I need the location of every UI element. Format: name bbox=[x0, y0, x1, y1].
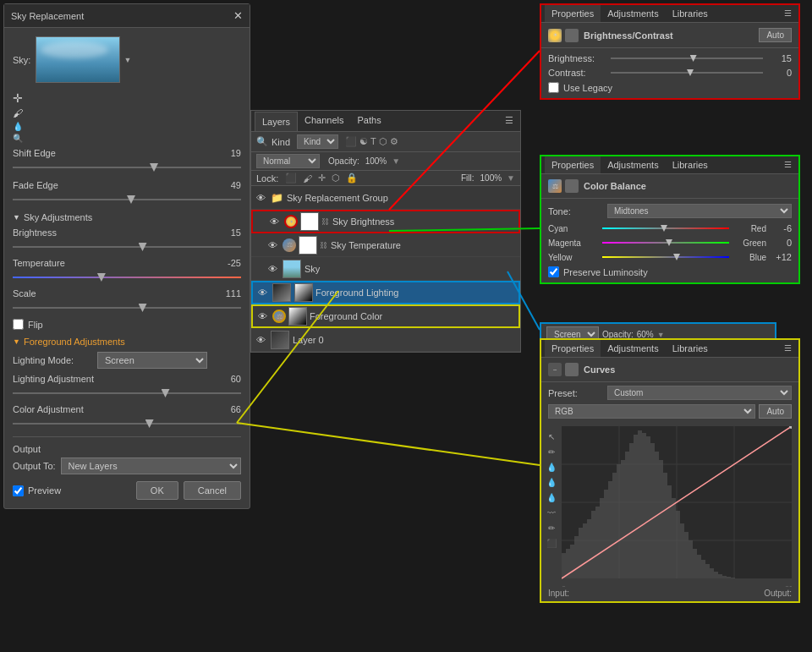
sky-replacement-dialog: Sky Replacement ✕ Sky: ▼ ✛ 🖌 💧 🔍 Shift E… bbox=[3, 3, 250, 509]
opacity-arrow[interactable]: ▼ bbox=[392, 156, 400, 166]
contrast-prop-slider[interactable] bbox=[611, 72, 763, 74]
curves-smooth-tool[interactable]: 〰 bbox=[545, 506, 558, 519]
preserve-luminosity-checkbox[interactable] bbox=[548, 266, 559, 277]
tab-channels[interactable]: Channels bbox=[298, 111, 350, 131]
svg-rect-37 bbox=[684, 532, 689, 578]
color-adj-slider[interactable] bbox=[13, 418, 241, 430]
opacity-dropdown-arrow[interactable]: ▼ bbox=[657, 331, 665, 339]
blend-mode-select[interactable]: Normal bbox=[256, 154, 320, 168]
lighting-adj-slider[interactable] bbox=[13, 387, 241, 399]
sky-brightness-slider[interactable] bbox=[13, 241, 241, 253]
magenta-green-slider[interactable] bbox=[602, 242, 729, 244]
lock-transparent-icon[interactable]: ⬛ bbox=[285, 173, 297, 184]
eyedropper-tool-icon[interactable]: 💧 bbox=[13, 122, 241, 131]
move-tool-icon[interactable]: ✛ bbox=[13, 91, 241, 105]
curves-preset-select[interactable]: Custom bbox=[607, 386, 792, 400]
brush-tool-icon[interactable]: 🖌 bbox=[13, 107, 241, 119]
lock-position-icon[interactable]: ✛ bbox=[318, 173, 326, 184]
use-legacy-checkbox[interactable] bbox=[548, 82, 559, 93]
zoom-tool-icon[interactable]: 🔍 bbox=[13, 134, 241, 143]
output-to-select[interactable]: New Layers bbox=[61, 457, 241, 474]
filter-kind-select[interactable]: Kind bbox=[297, 134, 338, 149]
layer-vis-icon[interactable]: 👁 bbox=[256, 335, 268, 345]
yellow-blue-slider[interactable] bbox=[602, 256, 729, 258]
filter-shape-icon[interactable]: ⬡ bbox=[379, 136, 387, 147]
sky-dropdown-arrow[interactable]: ▼ bbox=[123, 56, 131, 64]
temperature-label: Temperature bbox=[13, 258, 97, 268]
sky-thumbnail[interactable] bbox=[36, 36, 120, 83]
curves-eyedrop-white[interactable]: 💧 bbox=[545, 475, 558, 489]
curves-select-tool[interactable]: ↖ bbox=[545, 430, 558, 443]
layer-vis-icon[interactable]: 👁 bbox=[258, 311, 270, 321]
layer-sky-temperature[interactable]: 👁 ⚖ ⛓ Sky Temperature bbox=[251, 233, 520, 257]
layer-name: Sky Replacement Group bbox=[287, 193, 388, 203]
curves-menu-btn[interactable]: ☰ bbox=[781, 340, 795, 357]
scale-slider[interactable] bbox=[13, 302, 241, 314]
temperature-row: Temperature -25 bbox=[13, 258, 241, 268]
filter-smart-icon[interactable]: ⚙ bbox=[390, 136, 398, 147]
svg-rect-44 bbox=[714, 572, 718, 578]
folder-icon: 📁 bbox=[271, 192, 283, 204]
props-tab-properties[interactable]: Properties bbox=[545, 5, 601, 22]
layer-sky-brightness[interactable]: 👁 ☀ ⛓ Sky Brightness bbox=[251, 210, 520, 233]
filter-adj-icon[interactable]: ☯ bbox=[359, 136, 368, 147]
curves-eyedrop-tool[interactable]: 💧 bbox=[545, 460, 558, 474]
fill-label: Fill: bbox=[461, 173, 475, 183]
layer-vis-icon[interactable]: 👁 bbox=[270, 216, 282, 227]
props-tab-properties-cb[interactable]: Properties bbox=[545, 156, 601, 173]
layer-vis-icon[interactable]: 👁 bbox=[268, 264, 280, 274]
mask-icon-cb bbox=[565, 179, 579, 193]
props-tab-libraries[interactable]: Libraries bbox=[666, 5, 715, 22]
props-tab-adjustments[interactable]: Adjustments bbox=[601, 5, 666, 22]
props-menu-btn-cb[interactable]: ☰ bbox=[781, 156, 795, 173]
layer-foreground-lighting[interactable]: 👁 Foreground Lighting bbox=[251, 281, 520, 304]
layer-foreground-color[interactable]: 👁 ⚖ Foreground Color bbox=[251, 304, 520, 328]
curves-pencil-tool[interactable]: ✏ bbox=[545, 445, 558, 458]
curves-eyedrop-gray[interactable]: 💧 bbox=[545, 490, 558, 504]
fade-edge-slider[interactable] bbox=[13, 194, 241, 205]
layer-sky-replacement-group[interactable]: 👁 📁 Sky Replacement Group bbox=[251, 186, 520, 210]
filter-pixel-icon[interactable]: ⬛ bbox=[345, 136, 357, 147]
curves-reset-tool[interactable]: ⬛ bbox=[545, 536, 558, 550]
curves-freehand-tool[interactable]: ✏ bbox=[545, 521, 558, 534]
tone-select[interactable]: Midtones bbox=[607, 204, 792, 218]
layer-vis-icon[interactable]: 👁 bbox=[256, 193, 268, 203]
foreground-adjustments-toggle[interactable]: ▼ bbox=[13, 337, 20, 346]
auto-button[interactable]: Auto bbox=[759, 28, 792, 42]
tab-paths[interactable]: Paths bbox=[351, 111, 388, 131]
flip-checkbox[interactable] bbox=[13, 319, 24, 330]
curves-tabs: Properties Adjustments Libraries ☰ bbox=[541, 340, 798, 358]
curves-tab-libraries[interactable]: Libraries bbox=[666, 340, 715, 357]
brightness-prop-slider[interactable] bbox=[611, 58, 763, 59]
close-button[interactable]: ✕ bbox=[233, 9, 243, 22]
color-adj-value: 66 bbox=[207, 404, 241, 414]
lock-all-icon[interactable]: 🔒 bbox=[346, 173, 358, 184]
filter-type-icon[interactable]: T bbox=[370, 136, 376, 147]
layer-vis-icon[interactable]: 👁 bbox=[258, 288, 270, 298]
fill-arrow[interactable]: ▼ bbox=[507, 173, 515, 183]
tab-layers[interactable]: Layers bbox=[255, 112, 298, 131]
layer-vis-icon[interactable]: 👁 bbox=[268, 240, 280, 250]
shift-edge-slider[interactable] bbox=[13, 162, 241, 173]
layer-sky[interactable]: 👁 Sky bbox=[251, 257, 520, 281]
lock-paint-icon[interactable]: 🖌 bbox=[303, 173, 312, 184]
ok-button[interactable]: OK bbox=[136, 481, 178, 500]
layers-panel-menu[interactable]: ☰ bbox=[502, 111, 517, 131]
props-tab-adjustments-cb[interactable]: Adjustments bbox=[601, 156, 666, 173]
curves-channel-select[interactable]: RGB bbox=[548, 404, 755, 419]
curves-auto-btn[interactable]: Auto bbox=[759, 404, 792, 419]
preview-checkbox[interactable] bbox=[13, 485, 24, 496]
cancel-button[interactable]: Cancel bbox=[184, 481, 241, 500]
props-menu-btn[interactable]: ☰ bbox=[781, 5, 795, 22]
layer-layer0[interactable]: 👁 Layer 0 bbox=[251, 328, 520, 352]
svg-rect-31 bbox=[659, 460, 663, 578]
lighting-mode-select[interactable]: Screen bbox=[97, 352, 207, 369]
lock-artboard-icon[interactable]: ⬡ bbox=[332, 173, 340, 184]
props-tab-libraries-cb[interactable]: Libraries bbox=[666, 156, 715, 173]
curves-tab-properties[interactable]: Properties bbox=[545, 340, 601, 357]
curves-svg[interactable]: 0 255 bbox=[562, 426, 792, 587]
temperature-slider[interactable] bbox=[13, 271, 241, 283]
curves-tab-adjustments[interactable]: Adjustments bbox=[601, 340, 666, 357]
sky-adjustments-toggle[interactable]: ▼ bbox=[13, 213, 20, 222]
cyan-red-slider[interactable] bbox=[602, 227, 729, 229]
